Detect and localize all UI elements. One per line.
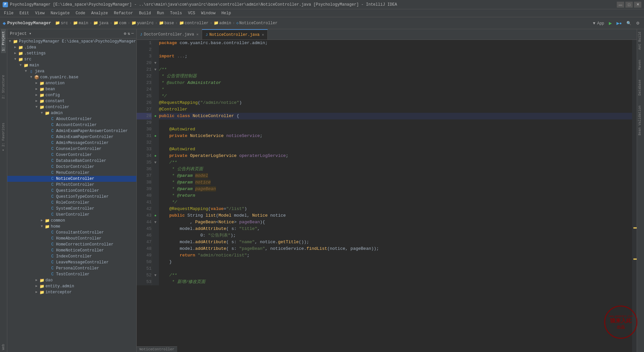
tree-question-controller[interactable]: ▶ C QuestionController <box>7 188 136 194</box>
tree-counselor-controller[interactable]: ▶ C CounselorController <box>7 146 136 152</box>
code-line-2: 2 <box>137 46 632 53</box>
tree-home[interactable]: ▼ 📁 home <box>7 224 136 230</box>
tree-phtest-controller[interactable]: ▶ C PhTestController <box>7 182 136 188</box>
code-line-53: 53 * 新增/修改页面 <box>137 279 632 285</box>
menu-item-build[interactable]: Build <box>136 10 154 16</box>
tree-main[interactable]: ▼ 📁 main <box>7 62 136 68</box>
tree-index-controller[interactable]: ▶ C IndexController <box>7 253 136 259</box>
menu-item-view[interactable]: View <box>33 10 47 16</box>
tree-test-controller[interactable]: ▶ C TestController <box>7 271 136 277</box>
close-doctor-tab[interactable]: ✕ <box>196 32 199 36</box>
tree-controller[interactable]: ▼ 📁 controller <box>7 104 136 110</box>
close-notice-tab[interactable]: ✕ <box>262 33 264 37</box>
gutter-31[interactable]: ● <box>154 134 157 138</box>
tree-interceptor[interactable]: ▶ 📁 interceptor <box>7 289 136 295</box>
code-line-49: 49 return "admin/notice/list"; <box>137 252 632 259</box>
ant-build-panel[interactable]: Ant Build <box>637 31 644 51</box>
code-line-41: 41 */ <box>137 199 632 206</box>
tree-annotion[interactable]: ▶ 📁 annotion <box>7 80 136 86</box>
fold-arrow-44[interactable]: ▼ <box>154 220 157 224</box>
tree-adminexam-answer-controller[interactable]: ▶ C AdminExamPaperAnswerController <box>7 128 136 134</box>
tree-entity-admin[interactable]: ▶ 📁 entity.admin <box>7 283 136 289</box>
tree-account-controller[interactable]: ▶ C AccountController <box>7 122 136 128</box>
favorites-tab[interactable]: ★ 2: Favorites <box>1 121 6 154</box>
tree-homeabout-controller[interactable]: ▶ C HomeAboutController <box>7 236 136 242</box>
tree-adminmessage-controller[interactable]: ▶ C AdminMessageController <box>7 140 136 146</box>
project-tab[interactable]: 1: Project <box>1 29 6 53</box>
tree-idea[interactable]: ▶ 📁 .idea <box>7 44 136 50</box>
tree-doctor-controller[interactable]: ▶ C DoctorController <box>7 164 136 170</box>
fold-arrow-52[interactable]: ▼ <box>154 273 157 277</box>
search-everywhere[interactable]: 🔍 <box>625 20 633 26</box>
tree-settings[interactable]: ▶ 📁 .settings <box>7 50 136 56</box>
tree-homenotice-controller[interactable]: ▶ C HomeNoticeController <box>7 247 136 253</box>
sort-icon[interactable]: ⇅ <box>128 31 130 36</box>
gutter-34[interactable]: ● <box>154 154 157 158</box>
tree-constant[interactable]: ▶ 📁 constant <box>7 98 136 104</box>
tree-homecorrection-controller[interactable]: ▶ C HomeCorrectionController <box>7 242 136 247</box>
tree-src[interactable]: ▼ 📁 src <box>7 56 136 62</box>
close-button[interactable]: ✕ <box>634 2 641 8</box>
minimize-button[interactable]: — <box>617 2 624 8</box>
menu-item-vcs[interactable]: VCS <box>185 10 198 16</box>
tree-package[interactable]: ▼ 📦 com.yuanlrc.base <box>7 74 136 80</box>
code-line-3: 3 import ...; <box>137 53 632 60</box>
tab-doctor-controller[interactable]: J DoctorController.java ✕ <box>137 29 202 39</box>
menu-item-tools[interactable]: Tools <box>168 10 185 16</box>
code-line-43: 43 ● public String list(Model model, Not… <box>137 212 632 219</box>
tree-notice-controller[interactable]: ▶ C NoticeController <box>7 176 136 182</box>
fold-arrow-21[interactable]: ▼ <box>154 68 157 72</box>
tree-questiontype-controller[interactable]: ▶ C QuestionTypeController <box>7 194 136 200</box>
fold-arrow-20[interactable]: ▼ <box>154 61 157 65</box>
tree-bean[interactable]: ▶ 📁 bean <box>7 86 136 92</box>
maven-panel[interactable]: Maven <box>637 58 644 71</box>
gutter-43[interactable]: ● <box>154 214 157 218</box>
breakpoint-28[interactable]: ● <box>154 114 157 118</box>
menu-item-code[interactable]: Code <box>73 10 88 16</box>
tree-role-controller[interactable]: ▶ C RoleController <box>7 200 136 206</box>
tree-consultant-controller[interactable]: ▶ C ConsultantController <box>7 230 136 236</box>
tree-menu-controller[interactable]: ▶ C MenuController <box>7 170 136 176</box>
fold-arrow-35[interactable]: ▼ <box>154 161 157 165</box>
collapse-icon[interactable]: — <box>131 31 134 36</box>
settings-button[interactable]: ⚙ <box>634 20 641 26</box>
tree-cover-controller[interactable]: ▶ C CoverController <box>7 152 136 158</box>
menu-item-navigate[interactable]: Navigate <box>48 10 72 16</box>
database-panel[interactable]: Database <box>637 78 644 97</box>
tab-notice-controller[interactable]: J NoticeController.java ✕ <box>202 29 267 39</box>
tree-common[interactable]: ▶ 📁 common <box>7 218 136 224</box>
tree-databasebak-controller[interactable]: ▶ C DatabaseBakController <box>7 158 136 164</box>
code-editor[interactable]: 1 package com.yuanlrc.base.controller.ad… <box>137 40 637 352</box>
menu-item-help[interactable]: Help <box>219 10 234 16</box>
tree-system-controller[interactable]: ▶ C SystemController <box>7 206 136 212</box>
tree-dao[interactable]: ▶ 📁 dao <box>7 277 136 283</box>
menu-item-refactor[interactable]: Refactor <box>111 10 136 16</box>
menu-item-window[interactable]: Window <box>198 10 218 16</box>
structure-tab[interactable]: 2: Structure <box>1 73 6 101</box>
tree-user-controller[interactable]: ▶ C UserController <box>7 212 136 218</box>
tree-java[interactable]: ▼ ▯ java <box>7 68 136 74</box>
app-dropdown[interactable]: ▼ App <box>591 20 606 26</box>
tree-about-controller[interactable]: ▶ C AboutController <box>7 116 136 122</box>
menu-item-edit[interactable]: Edit <box>17 10 32 16</box>
web-tab[interactable]: Web <box>1 342 6 352</box>
maximize-button[interactable]: □ <box>625 2 633 8</box>
bean-validation-panel[interactable]: Bean Validation <box>637 104 644 137</box>
tree-personal-controller[interactable]: ▶ C PersonalController <box>7 265 136 271</box>
code-line-36: 36 * 公告列表页面 <box>137 166 632 173</box>
tree-adminexam-controller[interactable]: ▶ C AdminExamPaperController <box>7 134 136 140</box>
filename-label: NoticeController <box>137 346 177 352</box>
code-line-23: 23 * @author Administrator <box>137 80 632 86</box>
run-button[interactable]: ▶ <box>607 20 613 26</box>
tree-config[interactable]: ▶ 📁 config <box>7 92 136 98</box>
tree-root[interactable]: ▼ 📁 PsychologyManager E:\idea_space\Psyc… <box>7 38 136 44</box>
tree-leavemessage-controller[interactable]: ▶ C LeaveMessageController <box>7 259 136 265</box>
menu-item-file[interactable]: File <box>1 10 16 16</box>
menu-item-run[interactable]: Run <box>154 10 167 16</box>
debug-button[interactable]: ▶● <box>615 20 623 26</box>
tree-admin-folder[interactable]: ▼ 📁 admin <box>7 110 136 116</box>
watermark: www.yuanlrc.com 猿来入此 出品 <box>604 306 637 339</box>
gear-icon[interactable]: ⚙ <box>124 31 126 36</box>
editor-area: J DoctorController.java ✕ J NoticeContro… <box>137 29 637 352</box>
menu-item-analyze[interactable]: Analyze <box>89 10 110 16</box>
